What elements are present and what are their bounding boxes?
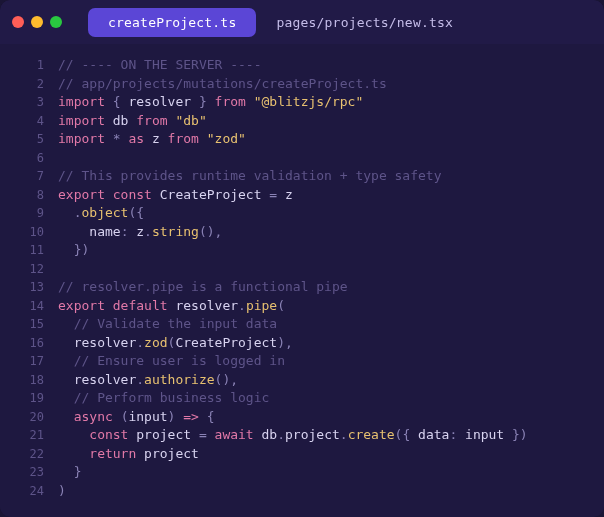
- line-number: 11: [0, 241, 44, 260]
- line-number: 5: [0, 130, 44, 149]
- line-number: 7: [0, 167, 44, 186]
- line-number: 16: [0, 334, 44, 353]
- line-number: 12: [0, 260, 44, 279]
- code-line[interactable]: }): [58, 241, 604, 260]
- line-number: 2: [0, 75, 44, 94]
- code-content[interactable]: // ---- ON THE SERVER ----// app/project…: [58, 56, 604, 517]
- code-line[interactable]: // Validate the input data: [58, 315, 604, 334]
- line-number: 1: [0, 56, 44, 75]
- code-line[interactable]: async (input) => {: [58, 408, 604, 427]
- code-line[interactable]: // app/projects/mutations/createProject.…: [58, 75, 604, 94]
- code-line[interactable]: }: [58, 463, 604, 482]
- line-number-gutter: 123456789101112131415161718192021222324: [0, 56, 58, 517]
- code-line[interactable]: resolver.authorize(),: [58, 371, 604, 390]
- traffic-lights: [12, 16, 62, 28]
- line-number: 23: [0, 463, 44, 482]
- code-line[interactable]: import { resolver } from "@blitzjs/rpc": [58, 93, 604, 112]
- line-number: 9: [0, 204, 44, 223]
- line-number: 14: [0, 297, 44, 316]
- code-line[interactable]: // Ensure user is logged in: [58, 352, 604, 371]
- code-line[interactable]: ): [58, 482, 604, 501]
- line-number: 18: [0, 371, 44, 390]
- code-line[interactable]: export default resolver.pipe(: [58, 297, 604, 316]
- line-number: 10: [0, 223, 44, 242]
- line-number: 20: [0, 408, 44, 427]
- line-number: 4: [0, 112, 44, 131]
- close-icon[interactable]: [12, 16, 24, 28]
- tab-bar: createProject.ts pages/projects/new.tsx: [88, 8, 473, 37]
- code-line[interactable]: const project = await db.project.create(…: [58, 426, 604, 445]
- tab-inactive[interactable]: pages/projects/new.tsx: [256, 8, 473, 37]
- titlebar: createProject.ts pages/projects/new.tsx: [0, 0, 604, 44]
- code-line[interactable]: name: z.string(),: [58, 223, 604, 242]
- line-number: 13: [0, 278, 44, 297]
- maximize-icon[interactable]: [50, 16, 62, 28]
- line-number: 3: [0, 93, 44, 112]
- code-line[interactable]: .object({: [58, 204, 604, 223]
- code-line[interactable]: // resolver.pipe is a functional pipe: [58, 278, 604, 297]
- code-line[interactable]: // Perform business logic: [58, 389, 604, 408]
- code-line[interactable]: // This provides runtime validation + ty…: [58, 167, 604, 186]
- editor-area[interactable]: 123456789101112131415161718192021222324 …: [0, 44, 604, 517]
- code-line[interactable]: [58, 149, 604, 168]
- code-line[interactable]: [58, 260, 604, 279]
- code-line[interactable]: import * as z from "zod": [58, 130, 604, 149]
- code-line[interactable]: return project: [58, 445, 604, 464]
- line-number: 22: [0, 445, 44, 464]
- line-number: 17: [0, 352, 44, 371]
- editor-window: createProject.ts pages/projects/new.tsx …: [0, 0, 604, 517]
- line-number: 19: [0, 389, 44, 408]
- line-number: 15: [0, 315, 44, 334]
- line-number: 6: [0, 149, 44, 168]
- tab-active[interactable]: createProject.ts: [88, 8, 256, 37]
- line-number: 21: [0, 426, 44, 445]
- minimize-icon[interactable]: [31, 16, 43, 28]
- code-line[interactable]: // ---- ON THE SERVER ----: [58, 56, 604, 75]
- line-number: 8: [0, 186, 44, 205]
- code-line[interactable]: import db from "db": [58, 112, 604, 131]
- code-line[interactable]: resolver.zod(CreateProject),: [58, 334, 604, 353]
- code-line[interactable]: export const CreateProject = z: [58, 186, 604, 205]
- line-number: 24: [0, 482, 44, 501]
